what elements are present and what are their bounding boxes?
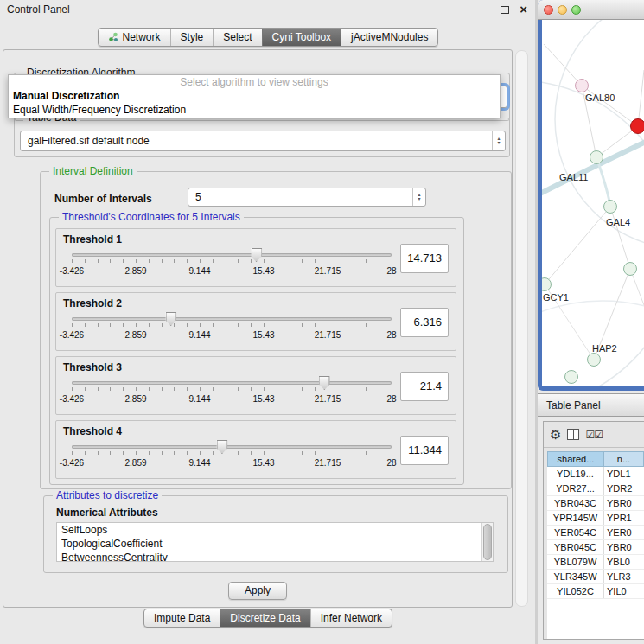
threshold-panel: Threshold 2 -3.4262.8599.14415.4321.7152… xyxy=(55,292,456,351)
table-body: YDL19...YDL1YDR27...YDR2YBR043CYBR0YPR14… xyxy=(547,467,644,599)
table-cell: YPR145W xyxy=(547,511,604,525)
table-row[interactable]: YER054CYER0 xyxy=(547,526,644,540)
table-row[interactable]: YBR043CYBR0 xyxy=(547,496,644,511)
table-column-header[interactable]: n... xyxy=(604,451,644,467)
table-row[interactable]: YPR145WYPR1 xyxy=(547,511,644,526)
threshold-value-field[interactable]: 6.316 xyxy=(400,308,449,337)
algorithm-option[interactable]: Equal Width/Frequency Discretization xyxy=(9,103,500,117)
threshold-value-field[interactable]: 11.344 xyxy=(400,436,449,465)
apply-button[interactable]: Apply xyxy=(228,582,287,600)
number-of-intervals-value: 5 xyxy=(188,191,412,203)
tab-label: Cyni Toolbox xyxy=(272,31,331,43)
tab-discretize-data[interactable]: Discretize Data xyxy=(220,609,309,627)
tab-style[interactable]: Style xyxy=(170,29,214,46)
table-cell: YIL0 xyxy=(604,584,644,598)
slider-scale-label: 28 xyxy=(386,394,396,404)
network-window-titlebar[interactable] xyxy=(538,0,644,20)
threshold-slider[interactable]: -3.4262.8599.14415.4321.71528 xyxy=(72,312,392,347)
table-row[interactable]: YBL079WYBL0 xyxy=(547,555,644,570)
attribute-list-item[interactable]: TopologicalCoefficient xyxy=(57,537,493,551)
close-traffic-light-icon[interactable] xyxy=(544,5,553,15)
gear-icon[interactable]: ⚙ xyxy=(550,428,561,441)
slider-ticks xyxy=(72,387,392,391)
tab-label: Discretize Data xyxy=(230,612,300,624)
table-row[interactable]: YIL052CYIL0 xyxy=(547,584,644,599)
selected-network-node[interactable] xyxy=(630,118,644,134)
node-table: shared...n... YDL19...YDL1YDR27...YDR2YB… xyxy=(547,451,644,639)
network-node[interactable] xyxy=(590,150,603,164)
threshold-panel: Threshold 1 -3.4262.8599.14415.4321.7152… xyxy=(55,228,456,287)
algorithm-option[interactable]: Manual Discretization xyxy=(9,89,500,103)
slider-scale-label: -3.426 xyxy=(60,394,84,404)
attribute-list-item[interactable]: SelfLoops xyxy=(57,523,493,537)
select-columns-icon[interactable]: ☑☑ xyxy=(585,430,603,440)
tab-jactivemnodules[interactable]: jActiveMNodules xyxy=(341,29,437,46)
table-cell: YIL052C xyxy=(547,584,604,598)
network-node[interactable] xyxy=(564,370,578,384)
table-panel-header[interactable]: Table Panel xyxy=(538,393,644,417)
table-data-combobox[interactable]: galFiltered.sif default node ▴▾ xyxy=(20,131,506,151)
table-row[interactable]: YDR27...YDR2 xyxy=(547,481,644,496)
network-node[interactable] xyxy=(603,200,617,214)
table-cell: YBR0 xyxy=(604,540,644,554)
table-cell: YDR27... xyxy=(547,481,604,495)
control-panel-scrollbar[interactable] xyxy=(515,50,528,607)
combo-stepper-icon[interactable]: ▴▾ xyxy=(492,131,505,150)
network-node[interactable] xyxy=(542,277,552,291)
table-panel-title: Table Panel xyxy=(546,399,601,411)
threshold-panel: Threshold 3 -3.4262.8599.14415.4321.7152… xyxy=(55,356,456,415)
slider-track[interactable] xyxy=(72,381,392,385)
table-row[interactable]: YLR345WYLR3 xyxy=(547,570,644,584)
table-row[interactable]: YDL19...YDL1 xyxy=(547,467,644,481)
number-of-intervals-label: Number of Intervals xyxy=(54,193,152,205)
table-cell: YBR043C xyxy=(547,496,604,510)
table-header-row: shared...n... xyxy=(547,451,644,467)
tab-network[interactable]: Network xyxy=(99,29,170,46)
threshold-label: Threshold 4 xyxy=(63,425,122,437)
threshold-slider[interactable]: -3.4262.8599.14415.4321.71528 xyxy=(72,376,392,411)
network-icon xyxy=(108,32,118,42)
slider-scale-label: 9.144 xyxy=(188,458,210,468)
attribute-list-item[interactable]: BetweennessCentrality xyxy=(57,551,493,562)
tab-impute-data[interactable]: Impute Data xyxy=(144,609,220,627)
tab-infer-network[interactable]: Infer Network xyxy=(310,609,392,627)
network-canvas[interactable]: GAL80GAL11GAL4GCY1HAP2 xyxy=(542,20,644,386)
slider-ticks xyxy=(72,323,392,327)
slider-track[interactable] xyxy=(72,253,392,257)
network-node[interactable] xyxy=(575,79,589,92)
slider-scale-label: 21.715 xyxy=(315,266,341,276)
table-cell: YBL0 xyxy=(604,555,644,569)
scrollbar-thumb[interactable] xyxy=(483,524,492,560)
slider-track[interactable] xyxy=(72,317,392,321)
slider-scale-label: 28 xyxy=(386,458,396,468)
slider-scale: -3.4262.8599.14415.4321.71528 xyxy=(72,458,392,469)
table-row[interactable]: YBR045CYBR0 xyxy=(547,540,644,555)
network-view-window: GAL80GAL11GAL4GCY1HAP2 xyxy=(538,0,644,391)
number-of-intervals-combobox[interactable]: 5 ▴▾ xyxy=(188,188,426,207)
network-node[interactable] xyxy=(587,353,601,367)
threshold-slider[interactable]: -3.4262.8599.14415.4321.71528 xyxy=(72,440,392,475)
slider-scale-label: 15.43 xyxy=(252,458,274,468)
attributes-list-scrollbar[interactable] xyxy=(481,523,493,561)
close-icon[interactable]: × xyxy=(520,4,527,15)
slider-track[interactable] xyxy=(72,445,392,449)
threshold-label: Threshold 1 xyxy=(63,233,122,245)
combo-stepper-icon[interactable]: ▴▾ xyxy=(412,188,425,206)
tab-cyni-toolbox[interactable]: Cyni Toolbox xyxy=(262,29,341,46)
tab-select[interactable]: Select xyxy=(213,29,261,46)
numerical-attributes-list[interactable]: SelfLoopsTopologicalCoefficientBetweenne… xyxy=(56,522,494,562)
slider-scale-label: 2.859 xyxy=(124,458,146,468)
slider-scale-label: 15.43 xyxy=(252,266,274,276)
threshold-value-field[interactable]: 14.713 xyxy=(400,244,449,273)
float-window-icon[interactable] xyxy=(501,6,509,14)
threshold-slider[interactable]: -3.4262.8599.14415.4321.71528 xyxy=(72,248,392,283)
interval-definition-group: Interval Definition Number of Intervals … xyxy=(40,171,512,489)
threshold-value-field[interactable]: 21.4 xyxy=(400,372,449,401)
slider-scale-label: 9.144 xyxy=(188,394,210,404)
tab-label: Network xyxy=(123,31,161,43)
table-column-header[interactable]: shared... xyxy=(547,451,604,467)
columns-icon[interactable] xyxy=(567,429,579,440)
minimize-traffic-light-icon[interactable] xyxy=(558,5,567,15)
network-node[interactable] xyxy=(623,262,637,276)
maximize-traffic-light-icon[interactable] xyxy=(571,5,581,15)
